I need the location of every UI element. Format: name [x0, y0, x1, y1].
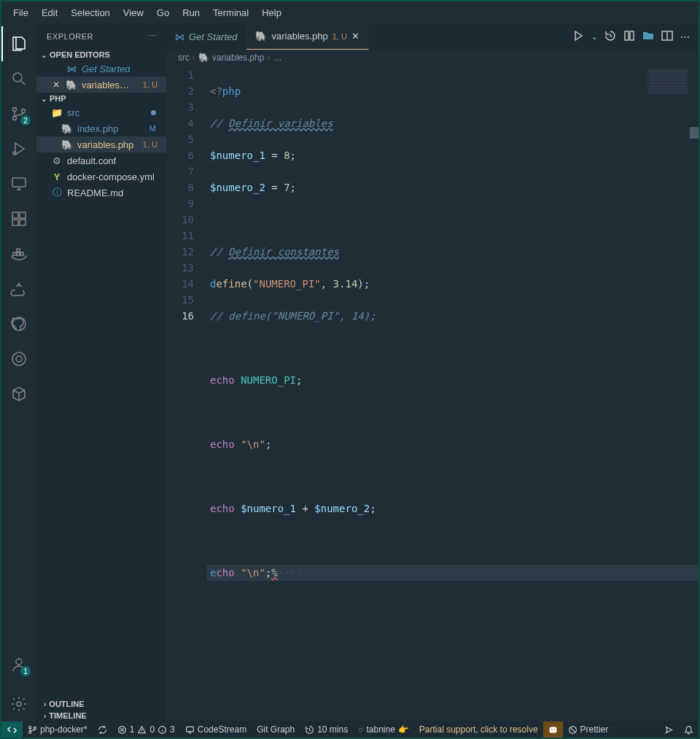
open-editors-header[interactable]: ⌄ OPEN EDITORS — [36, 49, 166, 61]
activity-azure[interactable] — [1, 271, 36, 306]
blank — [51, 63, 61, 74]
activity-extensions[interactable] — [1, 201, 36, 236]
gitgraph-label: Git Graph — [257, 724, 295, 735]
remote-indicator[interactable] — [1, 721, 23, 738]
outline-header[interactable]: › OUTLINE — [36, 698, 166, 710]
open-editor-variables[interactable]: ✕ 🐘 variables… 1, U — [36, 77, 166, 93]
menu-terminal[interactable]: Terminal — [207, 4, 254, 21]
diff-icon[interactable] — [623, 30, 635, 44]
prettier-item[interactable]: Prettier — [563, 721, 614, 738]
info-icon: ⓘ — [51, 186, 63, 199]
menu-help[interactable]: Help — [256, 4, 287, 21]
notifications-item[interactable] — [679, 725, 699, 735]
file-variables[interactable]: 🐘 variables.php 1, U — [36, 136, 166, 152]
copilot-item[interactable] — [543, 721, 563, 738]
activity-search[interactable] — [1, 61, 36, 96]
close-tab-icon[interactable]: ✕ — [351, 31, 359, 42]
open-editors-label: OPEN EDITORS — [50, 50, 110, 59]
activity-settings[interactable] — [1, 686, 36, 721]
git-branch-item[interactable]: php-docker* — [23, 721, 93, 738]
menu-go[interactable]: Go — [151, 4, 175, 21]
support-label: Partial support, click to resolve — [419, 724, 538, 735]
close-icon[interactable]: ✕ — [51, 80, 61, 90]
codestream-item[interactable]: CodeStream — [180, 721, 252, 738]
activity-docker[interactable] — [1, 236, 36, 271]
chevron-down-icon: ⌄ — [41, 95, 47, 103]
editor-area: ⋈ Get Started 🐘 variables.php 1, U ✕ ⌄ ⋯… — [166, 23, 699, 721]
breadcrumb-item[interactable]: … — [273, 53, 281, 63]
file-index[interactable]: 🐘 index.php M — [36, 120, 166, 136]
support-warning-item[interactable]: Partial support, click to resolve — [414, 721, 543, 738]
search-icon — [10, 70, 28, 88]
extensions-icon — [10, 210, 28, 228]
split-editor-icon[interactable] — [661, 30, 673, 44]
run-dropdown-icon[interactable]: ⌄ — [591, 33, 597, 41]
activity-github[interactable] — [1, 306, 36, 341]
tab-label: variables.php — [271, 31, 327, 42]
svg-rect-5 — [12, 178, 26, 187]
clock-icon — [305, 725, 314, 735]
breadcrumb-item[interactable]: variables.php — [212, 53, 264, 63]
sync-item[interactable] — [93, 721, 112, 738]
php-icon: 🐘 — [66, 80, 77, 90]
svg-point-18 — [17, 702, 21, 706]
file-name: default.conf — [67, 155, 116, 166]
php-icon: 🐘 — [61, 123, 73, 134]
activity-remote[interactable] — [1, 166, 36, 201]
tab-label: Get Started — [189, 31, 237, 42]
menu-view[interactable]: View — [117, 4, 149, 21]
activity-accounts[interactable]: 1 — [1, 647, 36, 682]
activity-explorer[interactable] — [1, 26, 36, 61]
minimap[interactable] — [648, 69, 688, 95]
scrollbar-thumb[interactable] — [690, 127, 699, 139]
svg-point-4 — [13, 152, 16, 155]
file-name: index.php — [77, 123, 118, 134]
file-docker-compose[interactable]: Y docker-compose.yml — [36, 169, 166, 185]
activity-debug[interactable] — [1, 131, 36, 166]
time-label: 10 mins — [317, 724, 348, 735]
explorer-more-icon[interactable]: ⋯ — [148, 31, 157, 41]
svg-rect-11 — [17, 252, 20, 255]
error-count: 1 — [130, 724, 135, 735]
codestream-label: CodeStream — [198, 724, 246, 735]
open-editor-get-started[interactable]: ⋈ Get Started — [36, 61, 166, 77]
more-actions-icon[interactable]: ⋯ — [680, 31, 690, 42]
activity-cube[interactable] — [1, 376, 36, 411]
tab-get-started[interactable]: ⋈ Get Started — [166, 23, 246, 50]
explorer-title: EXPLORER ⋯ — [36, 23, 166, 49]
reveal-explorer-icon[interactable] — [642, 30, 654, 44]
tab-variables-php[interactable]: 🐘 variables.php 1, U ✕ — [246, 23, 369, 50]
tabnine-label: tabnine — [366, 724, 394, 735]
activity-scm[interactable]: 2 — [1, 96, 36, 131]
timeline-header[interactable]: › TIMELINE — [36, 710, 166, 721]
time-spent-item[interactable]: 10 mins — [300, 721, 353, 738]
gitgraph-item[interactable]: Git Graph — [252, 721, 300, 738]
file-readme[interactable]: ⓘ README.md — [36, 185, 166, 201]
info-icon — [158, 725, 167, 735]
gitlens-icon — [10, 350, 28, 368]
remote-icon — [10, 175, 28, 193]
git-status-badge: M — [149, 124, 162, 133]
breadcrumb[interactable]: src › 🐘 variables.php › … — [166, 50, 699, 66]
menu-run[interactable]: Run — [176, 4, 206, 21]
svg-point-22 — [29, 726, 31, 728]
activity-gitlens[interactable] — [1, 341, 36, 376]
run-button[interactable] — [572, 30, 584, 44]
tabnine-item[interactable]: ○ tabnine 👉 — [353, 721, 414, 738]
project-header[interactable]: ⌄ PHP — [36, 93, 166, 104]
code-content[interactable]: <?php // Definir variables $numero_1 = 8… — [207, 66, 699, 721]
editor-scrollbar[interactable] — [690, 66, 699, 721]
svg-rect-9 — [20, 220, 26, 225]
breadcrumb-item[interactable]: src — [178, 53, 190, 63]
file-default-conf[interactable]: ⚙ default.conf — [36, 152, 166, 169]
menu-edit[interactable]: Edit — [36, 4, 63, 21]
folder-src[interactable]: 📁 src — [36, 104, 166, 120]
feedback-item[interactable] — [659, 725, 679, 735]
history-icon[interactable] — [604, 30, 616, 44]
code-editor[interactable]: 1234 5678 9101112 13141516 <?php // Defi… — [166, 66, 699, 721]
menu-file[interactable]: File — [7, 4, 34, 21]
file-status-badge: 1, U — [143, 140, 162, 149]
problems-item[interactable]: 1 0 3 — [112, 721, 180, 738]
menu-selection[interactable]: Selection — [65, 4, 115, 21]
scm-badge: 2 — [20, 115, 31, 125]
